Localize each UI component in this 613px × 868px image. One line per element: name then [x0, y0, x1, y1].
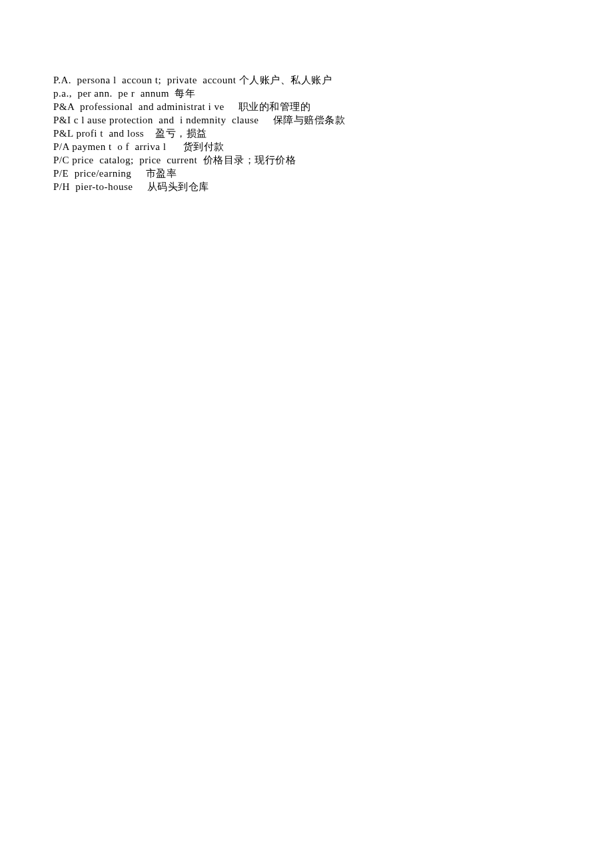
abbr: P&I: [53, 115, 71, 125]
abbr: P&A: [53, 101, 75, 112]
glossary-entry: P/E price/earning 市盈率: [53, 167, 560, 180]
meaning: 个人账户、私人账户: [239, 75, 332, 85]
meaning: 职业的和管理的: [239, 101, 311, 112]
meaning: 价格目录；现行价格: [203, 155, 297, 165]
expansion: price/earning: [75, 168, 143, 179]
meaning: 盈亏，损益: [155, 128, 207, 139]
document-page: P.A. persona l accoun t; private account…: [0, 0, 613, 193]
glossary-entry: P&L profi t and loss 盈亏，损益: [53, 127, 560, 140]
abbr: p.a.,: [53, 88, 72, 99]
abbr: P/E: [53, 168, 71, 179]
meaning: 货到付款: [183, 141, 225, 152]
glossary-entry: P&I c l ause protection and i ndemnity c…: [53, 113, 560, 127]
expansion: paymen t o f arriva l: [72, 141, 180, 152]
expansion: price catalog; price current: [72, 155, 200, 165]
glossary-entry: P/H pier-to-house 从码头到仓库: [53, 180, 560, 193]
meaning: 保障与赔偿条款: [273, 115, 346, 125]
expansion: profi t and loss: [76, 128, 153, 139]
expansion: persona l accoun t; private account: [77, 75, 237, 85]
expansion: c l ause protection and i ndemnity claus…: [74, 115, 271, 125]
meaning: 每年: [175, 88, 195, 99]
glossary-entry: P.A. persona l accoun t; private account…: [53, 73, 560, 87]
abbr: P/C: [53, 155, 69, 165]
expansion: per ann. pe r annum: [77, 88, 172, 99]
glossary-entry: P/A paymen t o f arriva l 货到付款: [53, 140, 560, 153]
abbr: P/H: [53, 181, 73, 192]
glossary-entry: P/C price catalog; price current 价格目录；现行…: [53, 153, 560, 167]
expansion: pier-to-house: [75, 181, 144, 192]
abbr: P/A: [53, 141, 69, 152]
meaning: 市盈率: [146, 168, 177, 179]
abbr: P.A.: [53, 75, 71, 85]
abbr: P&L: [53, 128, 73, 139]
meaning: 从码头到仓库: [147, 181, 209, 192]
glossary-entry: p.a., per ann. pe r annum 每年: [53, 87, 560, 100]
glossary-entry: P&A professional and administrat i ve 职业…: [53, 100, 560, 113]
expansion: professional and administrat i ve: [80, 101, 236, 112]
